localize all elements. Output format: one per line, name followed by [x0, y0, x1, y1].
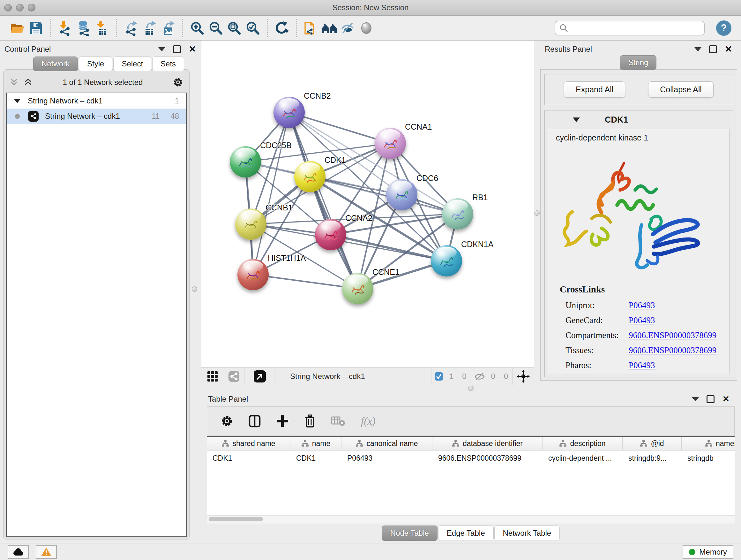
open-session-icon[interactable]: [8, 18, 27, 38]
cell-canonical-name[interactable]: P06493: [341, 454, 432, 462]
save-session-icon[interactable]: [27, 18, 45, 38]
collapse-entry-icon[interactable]: [573, 118, 580, 122]
column-header-description[interactable]: description: [542, 437, 623, 450]
tab-network[interactable]: Network: [33, 57, 78, 71]
grid-view-icon[interactable]: [201, 367, 224, 386]
node-hist1h1a[interactable]: [238, 259, 269, 290]
cell--id[interactable]: stringdb:9...: [623, 454, 682, 462]
tab-string[interactable]: String: [620, 55, 657, 70]
column-header-namespace[interactable]: namespace: [682, 437, 735, 450]
node-ccna1[interactable]: [375, 128, 406, 159]
crosslink-link[interactable]: 9606.ENSP00000378699: [629, 343, 717, 358]
node-ccnb1[interactable]: [235, 208, 266, 240]
vertical-splitter-handle[interactable]: [534, 210, 540, 216]
selected-checkbox-icon[interactable]: [431, 367, 446, 386]
export-network-icon[interactable]: [122, 18, 140, 38]
warning-button[interactable]: [36, 545, 57, 559]
cell-description[interactable]: cyclin-dependent ...: [542, 454, 623, 462]
column-header-shared-name[interactable]: shared name: [207, 437, 290, 450]
preview-eye-icon[interactable]: [357, 18, 376, 38]
table-horizontal-scrollbar[interactable]: [207, 515, 735, 523]
cell-name[interactable]: CDK1: [290, 454, 341, 462]
export-table-icon[interactable]: [140, 18, 159, 38]
refresh-icon[interactable]: [273, 18, 291, 38]
vertical-splitter[interactable]: [534, 41, 540, 392]
collapse-all-button[interactable]: Collapse All: [648, 81, 714, 98]
tab-sets[interactable]: Sets: [152, 57, 184, 71]
expand-all-icon[interactable]: [23, 78, 33, 87]
close-panel-icon[interactable]: ✕: [722, 395, 730, 403]
cell-namespace[interactable]: stringdb: [682, 454, 735, 462]
maximize-panel-icon[interactable]: [706, 395, 715, 403]
create-column-icon[interactable]: [276, 415, 289, 428]
node-rb1[interactable]: [442, 198, 473, 230]
cloud-button[interactable]: [8, 545, 29, 559]
string-home-icon[interactable]: [320, 18, 339, 38]
network-row[interactable]: String Network – cdk1 11 48: [7, 109, 186, 124]
node-cdk1[interactable]: [294, 161, 326, 192]
tab-edge-table[interactable]: Edge Table: [438, 525, 494, 541]
table-row[interactable]: CDK1CDK1P064939606.ENSP00000378699cyclin…: [207, 450, 735, 466]
horizontal-splitter[interactable]: [201, 385, 534, 392]
network-share-icon[interactable]: [224, 367, 244, 386]
share-document-icon[interactable]: [301, 18, 320, 38]
network-options-gear-icon[interactable]: [173, 77, 184, 88]
zoom-fit-icon[interactable]: [225, 18, 244, 38]
hidden-eye-icon[interactable]: [471, 367, 488, 386]
function-builder-icon[interactable]: f(x): [361, 415, 376, 427]
node-ccne1[interactable]: [342, 273, 374, 304]
crosslink-link[interactable]: P06493: [629, 313, 655, 328]
node-ccnb2[interactable]: [273, 97, 305, 128]
memory-button[interactable]: Memory: [683, 545, 733, 559]
export-image-icon[interactable]: [159, 18, 178, 38]
help-icon[interactable]: ?: [716, 20, 731, 36]
delete-table-icon[interactable]: [331, 415, 346, 427]
zoom-selected-icon[interactable]: [244, 18, 262, 38]
tab-style[interactable]: Style: [79, 57, 112, 71]
collapse-all-icon[interactable]: [9, 78, 19, 87]
node-cdc6[interactable]: [386, 179, 417, 210]
search-field[interactable]: [555, 21, 704, 36]
delete-column-icon[interactable]: [304, 415, 316, 428]
cell-database-identifier[interactable]: 9606.ENSP00000378699: [432, 454, 542, 462]
column-header-name[interactable]: name: [290, 437, 341, 450]
node-cdkn1a[interactable]: [431, 245, 462, 276]
maximize-panel-icon[interactable]: [709, 45, 717, 53]
edge-CCNB2-HIST1H1A[interactable]: [253, 112, 289, 274]
node-cdc25b[interactable]: [230, 146, 261, 178]
float-panel-icon[interactable]: [694, 47, 701, 51]
network-collection-row[interactable]: String Network – cdk1 1: [7, 93, 186, 109]
hide-panel-eye-icon[interactable]: [339, 18, 357, 38]
node-ccna2[interactable]: [315, 219, 346, 250]
crosslink-link[interactable]: P06493: [629, 298, 655, 313]
tab-node-table[interactable]: Node Table: [382, 525, 437, 541]
scrollbar-thumb[interactable]: [209, 517, 263, 521]
left-splitter-handle[interactable]: [192, 287, 197, 292]
show-columns-icon[interactable]: [249, 415, 261, 428]
tab-select[interactable]: Select: [113, 57, 151, 71]
column-header-canonical-name[interactable]: canonical name: [341, 437, 432, 450]
pan-crosshair-icon[interactable]: [513, 367, 534, 386]
zoom-out-icon[interactable]: [206, 18, 225, 38]
network-canvas[interactable]: CCNB2CCNA1CDC25BCDK1CDC6RB1CCNB1CCNA2CDK…: [201, 41, 534, 368]
zoom-in-icon[interactable]: [188, 18, 206, 38]
close-panel-icon[interactable]: ✕: [725, 45, 732, 54]
edge-CCNA2-CDKN1A[interactable]: [331, 235, 447, 261]
expand-all-button[interactable]: Expand All: [564, 81, 625, 98]
import-table-icon[interactable]: [93, 18, 111, 38]
import-network-file-icon[interactable]: [56, 18, 74, 38]
import-network-database-icon[interactable]: [74, 18, 93, 38]
float-panel-icon[interactable]: [692, 397, 699, 401]
search-input[interactable]: [569, 23, 700, 33]
crosslink-link[interactable]: 9606.ENSP00000378699: [629, 328, 717, 343]
table-settings-gear-icon[interactable]: [220, 415, 233, 428]
maximize-panel-icon[interactable]: [173, 45, 181, 53]
expander-icon[interactable]: [14, 99, 21, 103]
float-panel-icon[interactable]: [158, 47, 165, 51]
cell-shared-name[interactable]: CDK1: [207, 454, 290, 462]
open-in-window-icon[interactable]: [245, 367, 275, 386]
tab-network-table[interactable]: Network Table: [494, 525, 560, 541]
horizontal-splitter-handle[interactable]: [468, 386, 474, 391]
column-header-database-identifier[interactable]: database identifier: [432, 437, 542, 450]
gene-entry-header[interactable]: CDK1: [545, 111, 733, 129]
